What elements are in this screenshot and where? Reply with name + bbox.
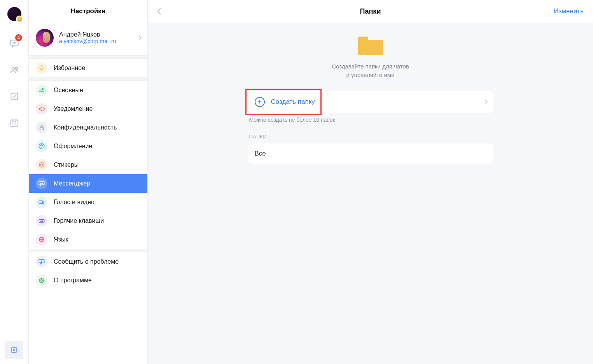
video-icon — [36, 196, 47, 208]
settings-item-hotkeys[interactable]: Горячие клавиши — [29, 212, 147, 230]
svg-point-26 — [41, 280, 43, 282]
svg-point-4 — [15, 67, 17, 69]
divider — [29, 249, 147, 252]
svg-point-16 — [40, 164, 41, 165]
svg-rect-22 — [39, 219, 44, 222]
checkbox-icon — [10, 92, 19, 101]
create-folder-hint: Можно создать не более 10 папок — [249, 117, 492, 123]
gear-icon — [9, 345, 19, 355]
sliders-icon — [36, 84, 47, 96]
report-icon — [36, 256, 47, 268]
smile-icon — [36, 159, 47, 171]
palette-icon — [36, 140, 47, 152]
svg-point-0 — [12, 42, 13, 43]
profile-avatar — [36, 29, 54, 47]
topbar: Папки Изменить — [148, 0, 593, 23]
folder-list: Все — [248, 144, 493, 164]
navigation-rail: 😀 4 23 — [0, 0, 29, 364]
profile-email: a.yatskov@corp.mail.ru — [59, 38, 116, 44]
svg-point-18 — [40, 183, 41, 184]
create-folder-row[interactable]: + Создать папку — [248, 91, 493, 113]
svg-rect-5 — [11, 93, 17, 100]
settings-item-label: Основные — [54, 87, 83, 94]
svg-point-20 — [42, 183, 43, 184]
divider — [29, 77, 147, 81]
svg-rect-11 — [40, 127, 44, 130]
settings-item-appearance[interactable]: Оформление — [29, 137, 147, 156]
rail-tasks-button[interactable] — [7, 89, 22, 104]
svg-point-8 — [13, 349, 15, 351]
settings-item-about[interactable]: О программе — [29, 271, 147, 290]
status-emoji-icon: 😀 — [16, 16, 23, 23]
speaker-icon — [36, 103, 47, 115]
settings-item-messenger[interactable]: Мессенджер — [29, 174, 147, 193]
people-icon — [9, 65, 19, 75]
svg-point-15 — [39, 163, 44, 167]
folder-item-all[interactable]: Все — [255, 150, 486, 158]
svg-point-9 — [42, 89, 44, 90]
svg-point-1 — [14, 42, 15, 43]
settings-item-label: О программе — [54, 277, 92, 284]
divider — [29, 55, 147, 59]
svg-point-2 — [15, 42, 16, 43]
globe-icon — [36, 234, 47, 245]
hero-line-1: Создавайте папки для чатов — [332, 62, 409, 71]
about-icon — [36, 275, 47, 286]
rail-contacts-button[interactable] — [7, 62, 22, 78]
chevron-right-icon — [138, 35, 142, 41]
unread-badge: 4 — [15, 34, 22, 41]
chevron-right-icon — [484, 99, 488, 105]
plus-circle-icon: + — [255, 97, 265, 107]
settings-item-favorites[interactable]: Избранное — [29, 59, 147, 77]
settings-item-report[interactable]: Сообщить о проблеме — [29, 252, 147, 271]
settings-item-label: Голос и видео — [54, 199, 94, 206]
settings-item-notifications[interactable]: Уведомление — [29, 100, 147, 118]
settings-item-label: Конфиденциальность — [54, 124, 117, 131]
rail-settings-button[interactable] — [5, 341, 23, 359]
current-user-avatar[interactable]: 😀 — [7, 7, 21, 21]
svg-point-12 — [40, 145, 41, 146]
keyboard-icon — [36, 215, 47, 227]
svg-point-17 — [42, 164, 43, 165]
settings-item-label: Горячие клавиши — [54, 217, 104, 224]
settings-item-label: Стикеры — [54, 161, 79, 168]
settings-title: Настройки — [29, 0, 147, 23]
main-content: Папки Изменить Создавайте папки для чато… — [148, 0, 593, 364]
settings-item-general[interactable]: Основные — [29, 81, 147, 100]
create-folder-label: Создать папку — [271, 98, 315, 106]
folder-icon — [358, 37, 383, 54]
settings-item-language[interactable]: Язык — [29, 230, 147, 249]
svg-point-3 — [12, 68, 14, 70]
svg-point-19 — [41, 183, 42, 184]
profile-info: Андрей Яцков a.yatskov@corp.mail.ru — [59, 31, 116, 44]
svg-point-24 — [41, 262, 42, 262]
settings-item-stickers[interactable]: Стикеры — [29, 156, 147, 174]
edit-button[interactable]: Изменить — [554, 7, 584, 15]
page-title: Папки — [148, 7, 593, 16]
settings-item-label: Уведомление — [54, 105, 93, 112]
calendar-day-label: 23 — [12, 121, 16, 125]
chat-icon — [36, 178, 47, 189]
svg-rect-21 — [39, 201, 42, 204]
lock-icon — [36, 122, 47, 133]
rail-calendar-button[interactable]: 23 — [7, 115, 22, 131]
settings-item-voice-video[interactable]: Голос и видео — [29, 193, 147, 212]
rail-chats-button[interactable]: 4 — [7, 36, 22, 51]
chevron-left-icon — [157, 7, 162, 15]
settings-item-label: Сообщить о проблеме — [54, 258, 119, 265]
back-button[interactable] — [157, 7, 162, 15]
star-icon — [36, 62, 47, 74]
hero: Создавайте папки для чатов и управляйте … — [148, 23, 593, 83]
settings-item-label: Избранное — [54, 65, 85, 72]
profile-row[interactable]: Андрей Яцков a.yatskov@corp.mail.ru — [29, 23, 147, 55]
folders-section-label: ПАПКИ — [249, 134, 492, 140]
profile-name: Андрей Яцков — [59, 31, 116, 38]
settings-item-label: Мессенджер — [54, 180, 90, 187]
svg-point-7 — [11, 347, 17, 353]
center-column: + Создать папку Можно создать не более 1… — [248, 83, 493, 164]
settings-item-privacy[interactable]: Конфиденциальность — [29, 118, 147, 137]
settings-item-label: Оформление — [54, 143, 92, 150]
settings-item-label: Язык — [54, 236, 68, 243]
settings-column: Настройки Андрей Яцков a.yatskov@corp.ma… — [29, 0, 148, 364]
svg-point-10 — [40, 91, 41, 92]
